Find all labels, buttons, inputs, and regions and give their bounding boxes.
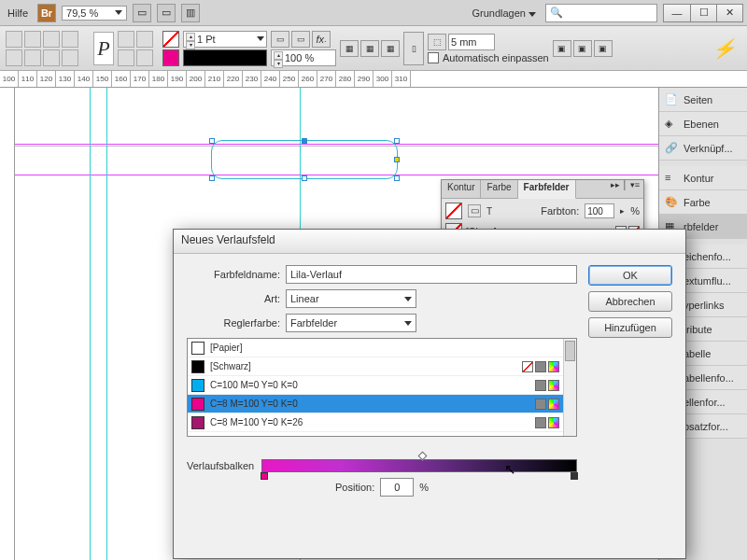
vertical-ruler	[0, 88, 15, 560]
tool-icon[interactable]	[136, 31, 153, 48]
name-label: Farbfeldname:	[187, 269, 280, 280]
paragraph-icon[interactable]: P	[93, 32, 114, 65]
swatch-row[interactable]: C=100 M=0 Y=0 K=0	[188, 376, 563, 395]
tab-farbe[interactable]: Farbe	[481, 180, 517, 198]
arrange-icon[interactable]: ▥	[181, 4, 200, 22]
gradient-ramp[interactable]	[261, 459, 577, 472]
fill-swatch[interactable]	[162, 49, 179, 66]
panel-item[interactable]: 📄Seiten	[659, 88, 747, 112]
stroke-preview	[183, 49, 267, 66]
stopcolor-label: Reglerfarbe:	[187, 317, 280, 329]
lightning-icon[interactable]: ⚡	[712, 37, 741, 60]
add-button[interactable]: Hinzufügen	[588, 317, 672, 338]
tool-icon[interactable]	[24, 49, 41, 66]
tool-icon[interactable]	[24, 31, 41, 48]
gradient-label: Verlaufsbalken	[187, 460, 254, 471]
tool-icon[interactable]	[6, 49, 22, 66]
tab-kontur[interactable]: Kontur	[442, 180, 481, 198]
tool-icon[interactable]	[62, 49, 78, 66]
swatch-name-input[interactable]	[286, 265, 577, 284]
cancel-button[interactable]: Abbrechen	[588, 291, 672, 312]
screen-mode-icon[interactable]: ▭	[157, 4, 176, 22]
frame-icon[interactable]: ▣	[573, 40, 592, 57]
container-icon[interactable]: ▭	[468, 204, 481, 217]
close-button[interactable]: ✕	[716, 5, 742, 21]
stopcolor-dropdown[interactable]: Farbfelder	[286, 314, 416, 332]
corner-icon[interactable]: ⬚	[428, 34, 446, 50]
frame-icon[interactable]: ▣	[553, 40, 571, 57]
tool-icon[interactable]	[118, 49, 134, 66]
auto-fit-checkbox[interactable]: Automatisch einpassen	[428, 52, 549, 63]
horizontal-ruler: 1001101201301401501601701801902002102202…	[0, 71, 747, 88]
stroke-weight-field[interactable]: ▴▾1 Pt	[183, 31, 267, 48]
frame-icon[interactable]: ▣	[594, 40, 613, 57]
tint-label: Farbton:	[541, 205, 579, 217]
bridge-button[interactable]: Br	[37, 4, 56, 22]
type-dropdown[interactable]: Linear	[286, 289, 416, 308]
text-icon[interactable]: T	[486, 206, 492, 217]
wrap-icon[interactable]: ▦	[340, 40, 359, 57]
tool-icon[interactable]	[62, 31, 78, 48]
swatch-row[interactable]: C=8 M=100 Y=0 K=26	[188, 413, 563, 432]
fx-icon[interactable]: ▭	[271, 31, 289, 48]
tool-icon[interactable]	[43, 49, 60, 66]
scrollbar[interactable]	[563, 339, 576, 436]
position-label: Position:	[335, 482, 374, 493]
fit-icon[interactable]: ▯	[403, 32, 424, 65]
new-gradient-dialog: Neues Verlaufsfeld Farbfeldname: Art:Lin…	[173, 229, 686, 559]
swatch-list: [Papier][Schwarz]C=100 M=0 Y=0 K=0C=8 M=…	[187, 338, 577, 437]
minimize-button[interactable]: —	[664, 5, 690, 21]
selected-frame[interactable]	[211, 140, 398, 179]
fx-icon[interactable]: ▭	[291, 31, 310, 48]
panel-collapse-icon[interactable]: ▸▸ │ ▾≡	[607, 180, 643, 198]
workspace-dropdown[interactable]: Grundlagen	[468, 7, 540, 19]
swatch-row[interactable]: [Papier]	[188, 339, 563, 357]
zoom-field[interactable]: 79,5 %	[62, 6, 127, 21]
swatch-row[interactable]: C=8 M=100 Y=0 K=0	[188, 395, 563, 413]
fill-proxy[interactable]	[445, 203, 462, 219]
fx-button[interactable]: fx.	[312, 31, 331, 48]
top-menu-bar: Hilfe Br 79,5 % ▭ ▭ ▥ Grundlagen 🔍 — ☐ ✕	[0, 0, 747, 26]
wrap-icon[interactable]: ▦	[360, 40, 379, 57]
view-mode-icon[interactable]: ▭	[133, 4, 151, 22]
tool-icon[interactable]	[43, 31, 60, 48]
panel-item[interactable]: ◈Ebenen	[659, 112, 747, 136]
type-label: Art:	[187, 293, 280, 304]
help-menu[interactable]: Hilfe	[4, 7, 32, 19]
panel-item[interactable]: 🎨Farbe	[659, 190, 747, 215]
corner-field[interactable]: 5 mm	[448, 34, 495, 50]
search-input[interactable]: 🔍	[545, 4, 657, 22]
swatch-row[interactable]: [Schwarz]	[188, 357, 563, 376]
opacity-field[interactable]: ▴▾100 %	[271, 49, 336, 66]
dialog-title: Neues Verlaufsfeld	[174, 230, 685, 254]
tool-group	[6, 28, 90, 69]
control-toolbar: P ▴▾1 Pt ▭▭fx. ▴▾100 % ▦▦▦ ▯ ⬚5 mm Autom…	[0, 26, 747, 71]
ok-button[interactable]: OK	[588, 265, 672, 286]
tab-farbfelder[interactable]: Farbfelder	[518, 180, 576, 199]
position-input[interactable]	[380, 478, 414, 497]
no-fill-icon[interactable]	[162, 31, 179, 48]
panel-item[interactable]: ≡Kontur	[659, 166, 747, 190]
wrap-icon[interactable]: ▦	[381, 40, 400, 57]
gradient-stop[interactable]	[261, 472, 268, 480]
panel-item[interactable]: 🔗Verknüpf...	[659, 136, 747, 161]
gradient-stop[interactable]	[571, 472, 578, 480]
tint-field[interactable]	[585, 203, 614, 218]
tool-icon[interactable]	[118, 31, 134, 48]
tool-icon[interactable]	[136, 49, 153, 66]
tool-icon[interactable]	[6, 31, 22, 48]
maximize-button[interactable]: ☐	[690, 5, 716, 21]
